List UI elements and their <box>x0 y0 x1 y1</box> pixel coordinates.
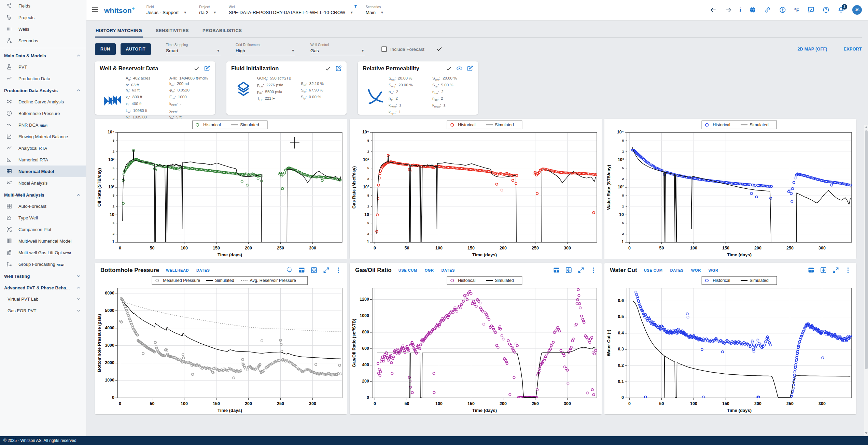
sidebar-item-pvt[interactable]: PVT <box>0 61 86 73</box>
sidebar-item-pnr-dca[interactable]: PNR DCANEW! <box>0 119 86 131</box>
notifications-bell-icon[interactable]: 2 <box>837 6 844 14</box>
data-table-icon[interactable] <box>553 267 560 274</box>
temperature-unit-icon[interactable]: °F <box>794 6 799 14</box>
bottomhole-pressure-chart[interactable]: 0501001502002503000100020003000400050006… <box>95 274 347 414</box>
pvt-icon <box>6 63 13 70</box>
panel-link-dates[interactable]: DATES <box>196 268 210 272</box>
fullscreen-icon[interactable] <box>832 267 839 274</box>
sidebar-item-auto-forecast[interactable]: Auto-Forecast <box>0 200 86 212</box>
info-icon[interactable]: i <box>740 6 741 14</box>
grid-refinement-select[interactable]: Grid Refinement High▼ <box>236 43 295 55</box>
more-icon[interactable] <box>844 267 852 274</box>
sidebar-item-nodal-analysis[interactable]: Nodal Analysis <box>0 177 86 189</box>
water-cut-chart[interactable]: 05010015020025030000.10.20.30.40.50.6His… <box>604 274 856 414</box>
edit-icon[interactable] <box>467 65 473 72</box>
link-icon[interactable] <box>764 6 771 14</box>
scroll-up-icon[interactable] <box>865 126 868 128</box>
help-icon[interactable] <box>822 6 829 14</box>
sidebar-item-multi-well-numerical-model[interactable]: Multi-well Numerical Model <box>0 235 86 247</box>
2d-map-link[interactable]: 2D MAP (OFF) <box>797 47 827 52</box>
more-icon[interactable] <box>335 267 342 274</box>
sidebar-item-production-data[interactable]: Production Data <box>0 73 86 84</box>
tab-sensitivities[interactable]: SENSITIVITIES <box>155 25 190 38</box>
numerical-model-icon <box>6 168 13 175</box>
panel-link-dates[interactable]: DATES <box>442 268 455 272</box>
oil-rate-chart[interactable]: 050100150200250300125102510²2510³2510⁴Hi… <box>95 119 347 259</box>
svg-text:800: 800 <box>362 330 369 334</box>
include-forecast-checkbox[interactable]: Include Forecast <box>381 46 424 52</box>
time-stepping-select[interactable]: Time Stepping Smart▼ <box>166 43 221 55</box>
download-icon[interactable] <box>779 6 786 14</box>
sidebar-item-virtual-pvt-lab[interactable]: Virtual PVT Lab <box>0 293 86 305</box>
tab-history-matching[interactable]: HISTORY MATCHING <box>95 25 143 38</box>
fullscreen-icon[interactable] <box>577 267 585 274</box>
scroll-down-icon[interactable] <box>865 432 868 434</box>
panel-link-ogr[interactable]: OGR <box>425 268 434 272</box>
sidebar-item-multi-well-gas-lift-opt[interactable]: Multi-well Gas Lift OptNEW! <box>0 247 86 258</box>
sidebar-item-analytical-rta[interactable]: Analytical RTA <box>0 142 86 154</box>
globe-icon[interactable] <box>749 6 756 14</box>
water-rate-chart[interactable]: 050100150200250300125102510²2510³2510⁴Hi… <box>604 119 856 259</box>
panel-link-use-cum[interactable]: USE CUM <box>644 268 663 272</box>
sidebar-item-gas-eor-pvt[interactable]: Gas EOR PVT <box>0 305 86 316</box>
gas-oil-ratio-chart[interactable]: 050100150200250300020040060080010001200H… <box>350 274 602 414</box>
back-icon[interactable] <box>710 6 717 14</box>
sidebar-item-comparison-plot[interactable]: Comparison Plot <box>0 224 86 235</box>
sidebar-section-well-testing[interactable]: Well Testing <box>0 270 86 282</box>
sidebar-item-numerical-rta[interactable]: Numerical RTA <box>0 154 86 166</box>
forward-icon[interactable] <box>725 6 732 14</box>
edit-icon[interactable] <box>204 65 210 72</box>
sidebar-item-projects[interactable]: Projects <box>0 12 86 23</box>
sidebar-item-flowing-material-balance[interactable]: Flowing Material Balance <box>0 131 86 142</box>
avatar[interactable]: JS <box>852 5 862 15</box>
sidebar-section-advanced-pvt-phase-beha[interactable]: Advanced PVT & Phase Beha... <box>0 282 86 293</box>
sidebar-item-fields[interactable]: Fields <box>0 0 86 12</box>
svg-text:100: 100 <box>435 401 443 406</box>
sidebar-item-type-well[interactable]: Type Well <box>0 212 86 224</box>
panel-link-use-cum[interactable]: USE CUM <box>398 268 417 272</box>
sidebar-item-bottomhole-pressure[interactable]: Bottomhole Pressure <box>0 107 86 119</box>
gas-rate-chart[interactable]: 050100150200250300125102510²2510³2510⁴Hi… <box>350 119 602 259</box>
pan-icon[interactable] <box>310 267 318 274</box>
scenarios-selector[interactable]: Scenarios Main▼ <box>366 5 384 15</box>
sidebar-item-numerical-model[interactable]: Numerical Model <box>0 166 86 177</box>
field-selector[interactable]: Field Jesus - Support▼ <box>146 5 187 15</box>
more-icon[interactable] <box>590 267 597 274</box>
sidebar-section-production-data-analysis[interactable]: Production Data Analysis <box>0 84 86 96</box>
checkbox-icon[interactable] <box>381 46 387 52</box>
sidebar-section-main-data-models[interactable]: Main Data & Models <box>0 49 86 61</box>
panel-link-wellhead[interactable]: WELLHEAD <box>166 268 189 272</box>
project-selector[interactable]: Project rta 2▼ <box>199 5 216 15</box>
fullscreen-icon[interactable] <box>323 267 330 274</box>
autofit-button[interactable]: AUTOFIT <box>121 43 151 55</box>
sidebar-item-decline-curve-analysis[interactable]: Decline Curve Analysis <box>0 96 86 107</box>
feedback-icon[interactable] <box>807 6 814 14</box>
well-control-select[interactable]: Well Control Gas▼ <box>310 43 365 55</box>
sidebar-section-multi-well-analysis[interactable]: Multi-Well Analysis <box>0 189 86 200</box>
edit-icon[interactable] <box>335 65 342 72</box>
run-button[interactable]: RUN <box>95 43 116 55</box>
pan-icon[interactable] <box>565 267 572 274</box>
lasso-select-icon[interactable] <box>286 267 293 274</box>
pan-icon[interactable] <box>820 267 827 274</box>
well-selector-value: SPE-DATA-REPOSITORY-DATASET-1-WELL-10-CR… <box>229 10 345 15</box>
panel-title: Water Cut <box>610 267 637 274</box>
filter-icon[interactable] <box>353 4 358 9</box>
scrollbar-thumb[interactable] <box>865 130 868 369</box>
export-link[interactable]: EXPORT <box>844 47 862 52</box>
vertical-scrollbar[interactable] <box>864 125 868 436</box>
panel-link-dates[interactable]: DATES <box>670 268 684 272</box>
sidebar-item-group-forecasting[interactable]: Group ForecastingNEW! <box>0 258 86 270</box>
eye-icon[interactable] <box>456 65 463 72</box>
panel-link-wgr[interactable]: WGR <box>709 268 718 272</box>
card-data-row: φm: 0.0520 <box>169 88 210 95</box>
well-selector[interactable]: Well SPE-DATA-REPOSITORY-DATASET-1-WELL-… <box>229 5 353 15</box>
data-table-icon[interactable] <box>808 267 815 274</box>
svg-text:5: 5 <box>113 139 115 142</box>
sidebar-item-scenarios[interactable]: Scenarios <box>0 35 86 46</box>
panel-link-wor[interactable]: WOR <box>691 268 701 272</box>
data-table-icon[interactable] <box>298 267 305 274</box>
menu-icon[interactable] <box>91 6 99 14</box>
tab-probabilistics[interactable]: PROBABILISTICS <box>202 25 242 38</box>
sidebar-item-wells[interactable]: Wells <box>0 23 86 35</box>
